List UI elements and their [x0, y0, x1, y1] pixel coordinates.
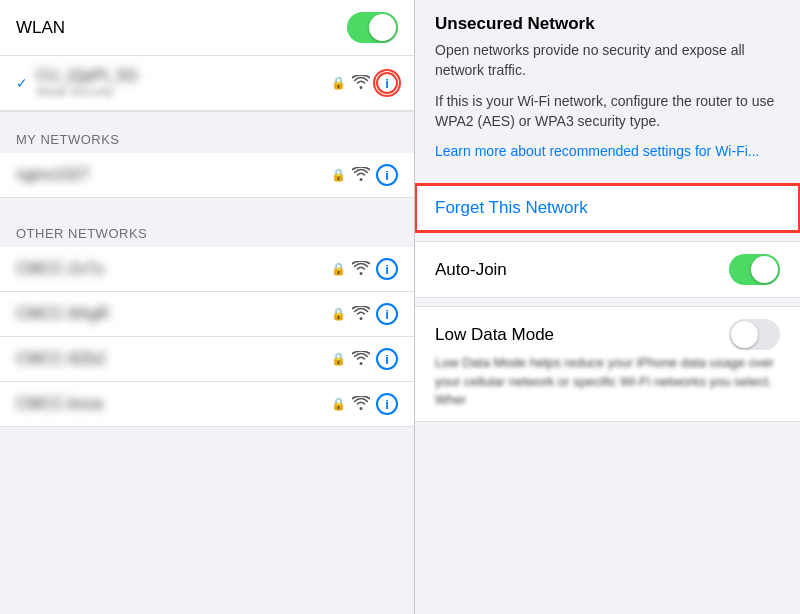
spacer-1 — [0, 198, 414, 206]
lock-icon-my-0: 🔒 — [331, 168, 346, 182]
my-networks-header: MY NETWORKS — [0, 112, 414, 153]
forget-network-section: Forget This Network — [415, 183, 800, 233]
right-panel: Unsecured Network Open networks provide … — [415, 0, 800, 614]
other-network-row-1[interactable]: CMCC-8AgR 🔒 i — [0, 292, 414, 337]
wifi-icon-other-2 — [352, 351, 370, 368]
my-network-name-0: nginx1027 — [16, 166, 331, 184]
low-data-toggle[interactable] — [729, 319, 780, 350]
info-button-my-0[interactable]: i — [376, 164, 398, 186]
current-network-section: ✓ CU_iQpPt_5G Weak Security 🔒 i — [0, 56, 414, 112]
info-button-other-1[interactable]: i — [376, 303, 398, 325]
network-description-2: If this is your Wi-Fi network, configure… — [435, 91, 780, 132]
other-network-row-3[interactable]: CMCC-kova 🔒 i — [0, 382, 414, 427]
lock-icon: 🔒 — [331, 76, 346, 90]
forget-network-button[interactable]: Forget This Network — [415, 184, 800, 232]
low-data-row: Low Data Mode Low Data Mode helps reduce… — [415, 306, 800, 422]
wifi-icon-other-1 — [352, 306, 370, 323]
other-network-icons-0: 🔒 i — [331, 258, 398, 280]
wifi-icon-my-0 — [352, 167, 370, 184]
other-networks-header: OTHER NETWORKS — [0, 206, 414, 247]
other-network-name-0: CMCC-2v7u — [16, 260, 104, 278]
low-data-description: Low Data Mode helps reduce your iPhone d… — [435, 354, 780, 409]
info-block: Unsecured Network Open networks provide … — [415, 0, 800, 175]
current-network-icons: 🔒 i — [331, 72, 398, 94]
info-button-current[interactable]: i — [376, 72, 398, 94]
other-network-icons-3: 🔒 i — [331, 393, 398, 415]
info-button-other-2[interactable]: i — [376, 348, 398, 370]
current-network-sub: Weak Security — [36, 85, 138, 99]
auto-join-row: Auto-Join — [415, 241, 800, 298]
low-data-label: Low Data Mode — [435, 325, 554, 345]
current-network-info: CU_iQpPt_5G Weak Security — [36, 67, 138, 99]
other-network-row-0[interactable]: CMCC-2v7u 🔒 i — [0, 247, 414, 292]
current-network-row[interactable]: ✓ CU_iQpPt_5G Weak Security 🔒 i — [0, 56, 414, 111]
other-network-name-2: CMCC-8Zb2 — [16, 350, 106, 368]
lock-icon-other-0: 🔒 — [331, 262, 346, 276]
other-network-icons-2: 🔒 i — [331, 348, 398, 370]
wifi-icon — [352, 75, 370, 92]
checkmark-icon: ✓ — [16, 75, 28, 91]
info-button-other-3[interactable]: i — [376, 393, 398, 415]
spacer-right — [415, 298, 800, 306]
wlan-toggle[interactable] — [347, 12, 398, 43]
lock-icon-other-2: 🔒 — [331, 352, 346, 366]
left-panel: WLAN ✓ CU_iQpPt_5G Weak Security 🔒 — [0, 0, 415, 614]
network-description-1: Open networks provide no security and ex… — [435, 40, 780, 81]
other-network-icons-1: 🔒 i — [331, 303, 398, 325]
low-data-row-top: Low Data Mode — [435, 319, 780, 350]
my-network-info-0: nginx1027 — [16, 166, 331, 184]
my-network-icons-0: 🔒 i — [331, 164, 398, 186]
info-button-other-0[interactable]: i — [376, 258, 398, 280]
wifi-icon-other-0 — [352, 261, 370, 278]
lock-icon-other-1: 🔒 — [331, 307, 346, 321]
wlan-label: WLAN — [16, 18, 65, 38]
current-network-name: CU_iQpPt_5G — [36, 67, 138, 85]
wlan-section: WLAN — [0, 0, 414, 56]
auto-join-toggle[interactable] — [729, 254, 780, 285]
network-info-title: Unsecured Network — [435, 14, 780, 34]
other-network-row-2[interactable]: CMCC-8Zb2 🔒 i — [0, 337, 414, 382]
learn-more-link[interactable]: Learn more about recommended settings fo… — [435, 143, 759, 159]
auto-join-label: Auto-Join — [435, 260, 507, 280]
other-network-name-3: CMCC-kova — [16, 395, 103, 413]
wifi-icon-other-3 — [352, 396, 370, 413]
other-network-name-1: CMCC-8AgR — [16, 305, 109, 323]
my-network-row-0[interactable]: nginx1027 🔒 i — [0, 153, 414, 198]
lock-icon-other-3: 🔒 — [331, 397, 346, 411]
